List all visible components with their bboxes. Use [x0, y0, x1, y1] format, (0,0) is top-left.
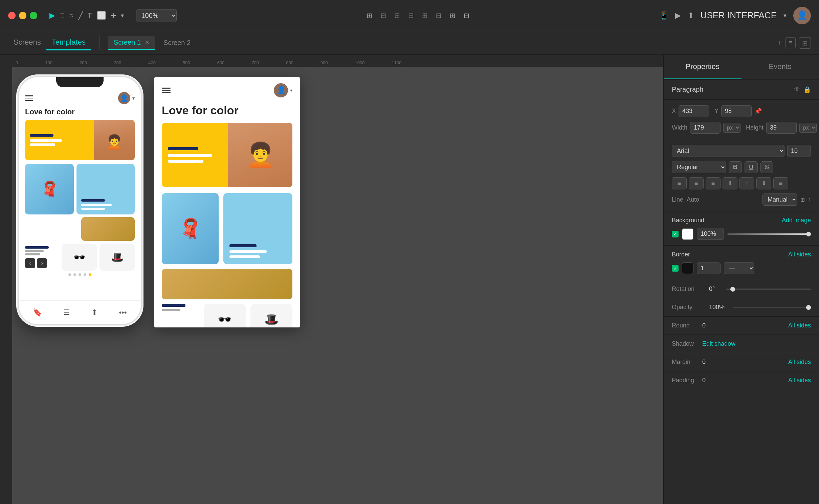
align-tool-8[interactable]: ⊟ — [464, 12, 469, 20]
properties-tab[interactable]: Properties — [664, 55, 741, 79]
line-tool[interactable]: ╱ — [79, 11, 83, 20]
purse-product-item[interactable] — [81, 217, 135, 241]
events-tab[interactable]: Events — [741, 55, 819, 79]
sunglasses-product-item[interactable]: 🕶️ — [62, 244, 97, 271]
lock-section-icon[interactable]: 🔒 — [803, 86, 811, 93]
minimize-window-button[interactable] — [19, 12, 26, 19]
border-width-input[interactable] — [697, 262, 721, 274]
visibility-icon[interactable]: 👁 — [794, 86, 800, 93]
phone-header: 👤 ▾ — [25, 92, 135, 104]
ellipse-tool[interactable]: ○ — [69, 11, 73, 20]
list-button[interactable]: ≡ — [773, 177, 788, 189]
share-icon[interactable]: ⬆ — [688, 11, 694, 20]
border-visibility-checkbox[interactable]: ✓ — [672, 265, 679, 272]
rotation-slider[interactable] — [726, 289, 811, 290]
image-tool[interactable]: ⬜ — [97, 11, 106, 20]
carousel-prev-button[interactable]: ‹ — [25, 258, 35, 268]
line-manual-select[interactable]: Manual — [762, 193, 797, 206]
play-icon[interactable]: ▶ — [675, 11, 681, 20]
text-tool[interactable]: T — [88, 11, 92, 20]
rectangle-tool[interactable]: □ — [60, 11, 64, 20]
y-input[interactable] — [721, 105, 752, 117]
border-style-select[interactable]: — — [724, 262, 754, 274]
strikethrough-button[interactable]: S — [760, 161, 773, 173]
user-avatar[interactable]: 👤 — [793, 7, 811, 24]
nav-more-icon[interactable]: ••• — [119, 308, 127, 317]
align-top-button[interactable]: ⬆ — [723, 177, 737, 189]
maximize-window-button[interactable] — [30, 12, 37, 19]
screen-1-tab[interactable]: Screen 1 ✕ — [108, 36, 155, 50]
pin-icon[interactable]: 📌 — [754, 108, 762, 115]
align-tool-1[interactable]: ⊞ — [367, 12, 372, 20]
padding-label: Padding — [672, 377, 699, 384]
screen-purse-item[interactable] — [162, 269, 292, 299]
dot-5-active — [89, 273, 91, 276]
line-icon-1[interactable]: ⊞ — [800, 197, 805, 203]
bg-visibility-checkbox[interactable]: ✓ — [672, 231, 679, 237]
edit-shadow-button[interactable]: Edit shadow — [702, 340, 735, 347]
templates-tab[interactable]: Templates — [46, 35, 91, 50]
opacity-slider[interactable] — [733, 307, 811, 308]
add-image-button[interactable]: Add image — [782, 217, 811, 224]
screen-2-tab[interactable]: Screen 2 — [157, 36, 197, 49]
x-input[interactable] — [679, 105, 709, 117]
bold-button[interactable]: B — [729, 161, 742, 173]
grid-view-button[interactable]: ⊞ — [799, 37, 811, 49]
width-unit-select[interactable]: px — [723, 123, 740, 133]
font-style-select[interactable]: Regular — [672, 161, 726, 173]
align-middle-button[interactable]: ↕ — [739, 177, 754, 189]
align-bottom-button[interactable]: ⬇ — [756, 177, 771, 189]
nav-menu-icon[interactable]: ☰ — [63, 308, 70, 317]
phone-user-avatar[interactable]: 👤 ▾ — [118, 92, 135, 104]
zoom-select[interactable]: 100% — [136, 9, 177, 22]
hamburger-menu-icon[interactable] — [25, 95, 33, 101]
canvas-content[interactable]: 👤 ▾ Love for color — [12, 67, 663, 504]
align-tool-5[interactable]: ⊞ — [422, 12, 428, 20]
project-dropdown-icon[interactable]: ▾ — [783, 12, 787, 19]
align-tool-4[interactable]: ⊟ — [408, 12, 414, 20]
height-unit-select[interactable]: px — [799, 123, 817, 133]
screen-sunglasses-item[interactable]: 🕶️ — [204, 304, 246, 327]
bg-color-swatch[interactable] — [682, 228, 693, 240]
margin-all-sides-button[interactable]: All sides — [788, 359, 811, 366]
screen-hat-item[interactable]: 🎩 — [250, 304, 292, 327]
nav-bookmark-icon[interactable]: 🔖 — [33, 308, 42, 317]
scarf-product-item[interactable]: 🧣 — [25, 164, 74, 214]
nav-share-icon[interactable]: ⬆ — [91, 308, 97, 317]
bg-opacity-input[interactable] — [697, 228, 724, 240]
align-center-button[interactable]: ≡ — [689, 177, 704, 189]
add-tool[interactable]: + — [111, 10, 116, 21]
border-all-sides-button[interactable]: All sides — [788, 251, 811, 258]
tool-dropdown[interactable]: ▾ — [121, 12, 124, 19]
align-left-button[interactable]: ≡ — [672, 177, 687, 189]
font-size-input[interactable] — [787, 145, 811, 157]
screen-scarf-item[interactable]: 🧣 — [162, 193, 219, 264]
line-icon-2[interactable]: ↑ — [808, 197, 811, 203]
hat-product-item[interactable]: 🎩 — [99, 244, 135, 271]
select-tool[interactable]: ▶ — [49, 11, 55, 20]
add-screen-button[interactable]: + — [777, 38, 782, 48]
round-all-sides-button[interactable]: All sides — [788, 322, 811, 329]
underline-button[interactable]: U — [745, 161, 758, 173]
screen-blue-card-item[interactable] — [223, 193, 292, 264]
font-family-select[interactable]: Arial — [672, 145, 784, 157]
list-view-button[interactable]: ≡ — [785, 37, 796, 48]
align-tool-2[interactable]: ⊟ — [380, 12, 386, 20]
screen-1-close-icon[interactable]: ✕ — [145, 39, 149, 46]
screens-tab[interactable]: Screens — [8, 35, 46, 50]
carousel-next-button[interactable]: › — [37, 258, 47, 268]
align-tool-7[interactable]: ⊞ — [450, 12, 456, 20]
close-window-button[interactable] — [8, 12, 16, 19]
blue-card-item[interactable] — [76, 164, 135, 214]
align-right-button[interactable]: ≡ — [706, 177, 721, 189]
border-color-swatch[interactable] — [682, 262, 693, 274]
align-tool-6[interactable]: ⊟ — [436, 12, 442, 20]
screen-user-avatar[interactable]: 👤 ▾ — [274, 83, 292, 97]
bg-opacity-slider[interactable] — [727, 233, 811, 235]
height-input[interactable] — [766, 122, 797, 134]
screen-hamburger-icon[interactable] — [162, 88, 171, 93]
width-input[interactable] — [690, 122, 721, 134]
align-tool-3[interactable]: ⊞ — [394, 12, 400, 20]
device-preview-icon[interactable]: 📱 — [659, 11, 668, 20]
padding-all-sides-button[interactable]: All sides — [788, 377, 811, 384]
